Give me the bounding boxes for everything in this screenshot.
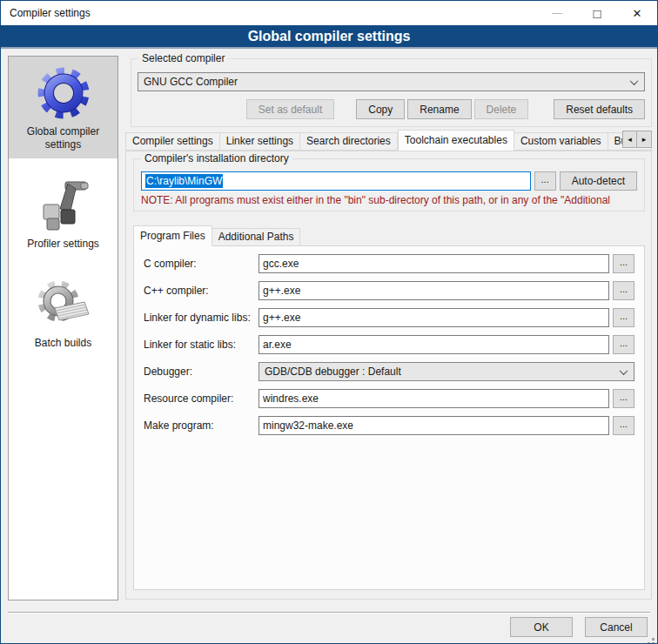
- sidebar-item-label: Profiler settings: [27, 238, 99, 251]
- program-files-page: C compiler: ... C++ compiler: ... Linker…: [133, 245, 645, 590]
- tab-program-files[interactable]: Program Files: [133, 225, 212, 246]
- cpp-compiler-row: C++ compiler: ...: [144, 281, 634, 300]
- make-program-row: Make program: ...: [144, 416, 634, 435]
- selected-compiler-group: Selected compiler GNU GCC Compiler Set a…: [131, 58, 652, 127]
- field-label: C compiler:: [144, 258, 258, 270]
- gear-blue-icon: [36, 65, 91, 121]
- sidebar-item-label: Batch builds: [35, 337, 91, 350]
- tab-custom-variables[interactable]: Custom variables: [514, 132, 608, 151]
- group-label: Selected compiler: [138, 52, 228, 64]
- field-label: Linker for dynamic libs:: [144, 312, 258, 324]
- make-program-input[interactable]: [258, 416, 609, 435]
- static-linker-row: Linker for static libs: ...: [144, 335, 634, 354]
- delete-button[interactable]: Delete: [474, 99, 529, 119]
- note-text: NOTE: All programs must exist either in …: [141, 194, 637, 206]
- field-label: Debugger:: [144, 366, 258, 378]
- sidebar-item-label: Global compiler settings: [11, 125, 115, 151]
- cpp-compiler-input[interactable]: [258, 281, 609, 300]
- tab-linker-settings[interactable]: Linker settings: [220, 132, 300, 151]
- debugger-select-value: GDB/CDB debugger : Default: [265, 366, 621, 378]
- field-label: Resource compiler:: [144, 392, 258, 405]
- resize-grip[interactable]: [652, 638, 655, 641]
- minimize-icon[interactable]: —: [537, 1, 577, 25]
- browse-button[interactable]: ...: [613, 254, 634, 273]
- browse-button[interactable]: ...: [613, 308, 634, 327]
- tab-toolchain-executables[interactable]: Toolchain executables: [398, 130, 514, 151]
- auto-detect-button[interactable]: Auto-detect: [560, 171, 637, 191]
- resource-compiler-row: Resource compiler: ...: [144, 389, 634, 408]
- debugger-row: Debugger: GDB/CDB debugger : Default: [144, 362, 634, 381]
- toolchain-executables-panel: Compiler's installation directory C:\ray…: [125, 151, 652, 600]
- window-title: Compiler settings: [10, 7, 91, 19]
- tab-compiler-settings[interactable]: Compiler settings: [125, 132, 220, 151]
- tab-scroll-left-icon[interactable]: ◂: [622, 131, 637, 148]
- c-compiler-input[interactable]: [258, 254, 609, 273]
- installation-directory-input[interactable]: C:\raylib\MinGW: [141, 171, 531, 191]
- group-label: Compiler's installation directory: [141, 152, 292, 164]
- c-compiler-row: C compiler: ...: [144, 254, 634, 273]
- main-content: Selected compiler GNU GCC Compiler Set a…: [125, 52, 652, 609]
- close-icon[interactable]: ✕: [617, 1, 657, 25]
- tab-additional-paths[interactable]: Additional Paths: [212, 228, 301, 246]
- debugger-select[interactable]: GDB/CDB debugger : Default: [258, 362, 634, 381]
- resource-compiler-input[interactable]: [258, 389, 609, 408]
- chevron-down-icon: [620, 366, 628, 375]
- copy-button[interactable]: Copy: [356, 99, 405, 119]
- reset-defaults-button[interactable]: Reset defaults: [554, 99, 645, 119]
- maximize-icon[interactable]: □: [577, 1, 617, 25]
- compiler-buttons: Set as default Copy Rename Delete Reset …: [138, 99, 645, 119]
- rename-button[interactable]: Rename: [407, 99, 471, 119]
- chevron-down-icon: [630, 77, 639, 85]
- browse-button[interactable]: ...: [613, 335, 634, 354]
- sidebar-item-global-compiler-settings[interactable]: Global compiler settings: [9, 57, 118, 158]
- field-label: C++ compiler:: [144, 285, 258, 297]
- tab-scroll-arrows: ◂ ▸: [622, 131, 652, 148]
- tab-search-directories[interactable]: Search directories: [300, 132, 398, 151]
- browse-directory-button[interactable]: ...: [534, 171, 556, 191]
- settings-sidebar: Global compiler settings Profiler settin…: [8, 56, 118, 600]
- static-linker-input[interactable]: [258, 335, 609, 354]
- installation-directory-group: Compiler's installation directory C:\ray…: [133, 158, 645, 211]
- dynamic-linker-row: Linker for dynamic libs: ...: [144, 308, 634, 327]
- field-label: Linker for static libs:: [144, 339, 258, 351]
- sidebar-item-batch-builds[interactable]: Batch builds: [9, 268, 118, 357]
- tab-scroll-right-icon[interactable]: ▸: [637, 131, 652, 148]
- compiler-select[interactable]: GNU GCC Compiler: [138, 72, 645, 91]
- compiler-settings-dialog: Compiler settings — □ ✕ Global compiler …: [0, 0, 658, 644]
- set-as-default-button[interactable]: Set as default: [246, 99, 334, 119]
- settings-tabs: Compiler settings Linker settings Search…: [125, 130, 652, 151]
- gear-stack-icon: [36, 277, 91, 332]
- dynamic-linker-input[interactable]: [258, 308, 609, 327]
- ok-button[interactable]: OK: [510, 617, 573, 637]
- compiler-select-value: GNU GCC Compiler: [144, 76, 631, 88]
- browse-button[interactable]: ...: [613, 416, 634, 435]
- sidebar-item-profiler-settings[interactable]: Profiler settings: [9, 169, 118, 258]
- titlebar: Compiler settings — □ ✕: [1, 1, 657, 25]
- selected-path-text: C:\raylib\MinGW: [145, 174, 223, 188]
- field-label: Make program:: [144, 419, 258, 432]
- browse-button[interactable]: ...: [613, 389, 634, 408]
- window-controls: — □ ✕: [537, 1, 657, 25]
- browse-button[interactable]: ...: [613, 281, 634, 300]
- dialog-buttons: OK Cancel: [510, 617, 648, 637]
- page-title: Global compiler settings: [1, 25, 657, 49]
- caliper-icon: [36, 178, 91, 233]
- footer-divider: [8, 612, 650, 614]
- programs-subtabs: Program Files Additional Paths: [133, 225, 300, 246]
- cancel-button[interactable]: Cancel: [585, 617, 648, 637]
